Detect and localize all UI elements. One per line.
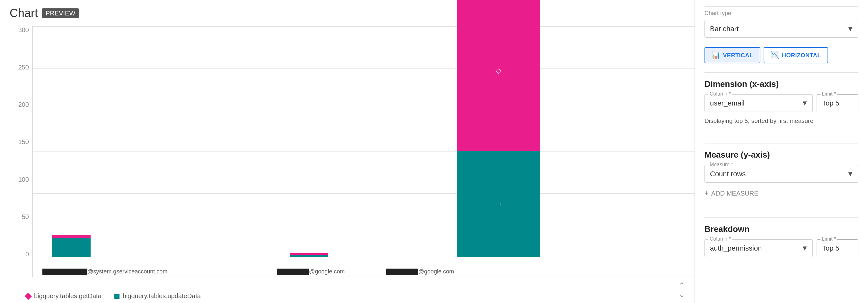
square-icon (114, 294, 120, 299)
breakdown-section: Breakdown Column * auth_permission ▼ Lim… (705, 224, 858, 263)
bar-teal-2 (290, 255, 328, 257)
chart-type-label: Chart type (705, 6, 858, 17)
horizontal-chart-icon: 📉 (771, 51, 780, 59)
bar-stack-2 (290, 253, 328, 257)
add-measure-button[interactable]: + ADD MEASURE (705, 188, 858, 199)
x-label-3: @google.com (386, 268, 454, 275)
measure-label: Measure * (708, 162, 734, 168)
legend-label-updateData: bigquery.tables.updateData (123, 293, 201, 300)
y-axis: 300 250 200 150 100 50 0 (6, 26, 32, 277)
breakdown-column-select[interactable]: auth_permission (705, 239, 813, 257)
legend-item-getData: bigquery.tables.getData (26, 293, 101, 300)
chart-area: Chart PREVIEW 300 250 200 150 100 50 0 (0, 0, 694, 303)
vertical-label: VERTICAL (723, 52, 753, 59)
diamond-icon (25, 293, 32, 300)
bar-group-1 (52, 235, 91, 257)
limit-field-group: Limit * (816, 94, 858, 112)
column-label: Column * (708, 91, 732, 97)
breakdown-limit-field-group: Limit * (816, 239, 858, 257)
breakdown-limit-label: Limit * (820, 236, 837, 242)
limit-label: Limit * (820, 91, 837, 97)
preview-badge: PREVIEW (42, 8, 79, 18)
redacted-email-2 (277, 269, 309, 275)
chart-plot: □ ◇ @system.gserviceaccount.com @goo (32, 26, 694, 277)
column-field-group: Column * user_email ▼ (705, 94, 813, 112)
y-label-150: 150 (18, 138, 29, 146)
bar-group-3: □ ◇ (457, 0, 540, 257)
chart-type-select[interactable]: Bar chart (705, 20, 858, 38)
chart-type-section: Chart type Bar chart ▼ (705, 6, 858, 38)
breakdown-limit-input[interactable] (816, 239, 858, 257)
divider-3 (705, 217, 858, 218)
bar-teal-1 (52, 238, 91, 257)
collapse-button[interactable]: ⌃⌄ (675, 284, 688, 297)
orientation-row: 📊 VERTICAL 📉 HORIZONTAL (705, 47, 858, 63)
measure-select-wrapper[interactable]: Count rows ▼ (705, 165, 858, 183)
bar-group-2 (290, 253, 328, 257)
measure-form-row: Measure * Count rows ▼ (705, 165, 858, 183)
chart-title: Chart (10, 6, 38, 20)
vertical-button[interactable]: 📊 VERTICAL (705, 47, 761, 63)
chart-legend: bigquery.tables.getData bigquery.tables.… (26, 293, 201, 300)
redacted-email-1 (42, 269, 87, 275)
horizontal-button[interactable]: 📉 HORIZONTAL (764, 47, 828, 63)
column-select[interactable]: user_email (705, 94, 813, 112)
dimension-section: Dimension (x-axis) Column * user_email ▼… (705, 79, 858, 132)
y-label-0: 0 (25, 251, 29, 258)
displaying-text: Displaying top 5, sorted by first measur… (705, 117, 858, 125)
x-axis: @system.gserviceaccount.com @google.com … (33, 257, 694, 277)
y-label-200: 200 (18, 101, 29, 108)
bar-stack-1 (52, 235, 91, 257)
breakdown-column-label: Column * (708, 236, 732, 242)
y-label-250: 250 (18, 64, 29, 71)
column-select-wrapper[interactable]: user_email ▼ (705, 94, 813, 112)
measure-section: Measure (y-axis) Measure * Count rows ▼ … (705, 150, 858, 206)
legend-item-updateData: bigquery.tables.updateData (114, 293, 201, 300)
limit-input[interactable] (816, 94, 858, 112)
breakdown-column-select-wrapper[interactable]: auth_permission ▼ (705, 239, 813, 257)
horizontal-label: HORIZONTAL (782, 52, 821, 59)
bars-container: □ ◇ (33, 26, 694, 257)
bar-stack-3: □ ◇ (457, 0, 540, 257)
y-label-50: 50 (22, 213, 29, 221)
legend-label-getData: bigquery.tables.getData (34, 293, 101, 300)
x-label-1: @system.gserviceaccount.com (42, 268, 167, 275)
chart-type-select-wrapper[interactable]: Bar chart ▼ (705, 20, 858, 38)
divider-2 (705, 143, 858, 143)
chart-header: Chart PREVIEW (6, 6, 694, 20)
add-icon: + (705, 189, 709, 197)
dimension-header: Dimension (x-axis) (705, 79, 858, 89)
add-measure-label: ADD MEASURE (711, 190, 758, 197)
measure-header: Measure (y-axis) (705, 150, 858, 160)
bar-pink-3: ◇ (457, 0, 540, 151)
y-label-100: 100 (18, 176, 29, 183)
square-marker: □ (497, 201, 500, 208)
redacted-email-3 (386, 269, 418, 275)
chart-container: 300 250 200 150 100 50 0 (6, 26, 694, 277)
bar-pink-2 (290, 253, 328, 255)
breakdown-column-field-group: Column * auth_permission ▼ (705, 239, 813, 257)
measure-field-group: Measure * Count rows ▼ (705, 165, 858, 183)
sidebar: Chart type Bar chart ▼ 📊 VERTICAL 📉 HORI… (694, 0, 868, 303)
x-label-2: @google.com (277, 268, 345, 275)
measure-select[interactable]: Count rows (705, 165, 858, 183)
diamond-marker: ◇ (496, 66, 501, 75)
dimension-form-row: Column * user_email ▼ Limit * (705, 94, 858, 112)
breakdown-header: Breakdown (705, 224, 858, 234)
bar-teal-3: □ (457, 151, 540, 257)
breakdown-form-row: Column * auth_permission ▼ Limit * (705, 239, 858, 257)
bar-pink-1 (52, 235, 91, 238)
vertical-chart-icon: 📊 (712, 51, 720, 59)
divider-1 (705, 72, 858, 73)
y-label-300: 300 (18, 26, 29, 34)
